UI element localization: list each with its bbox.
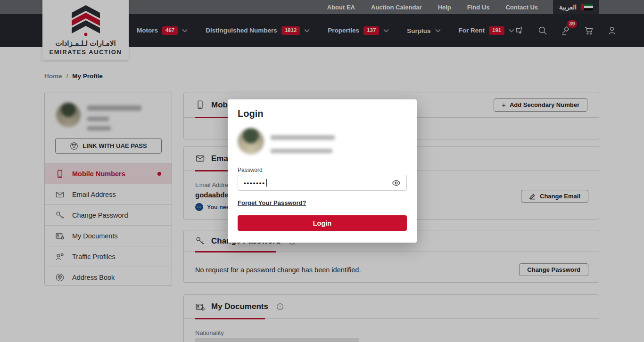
modal-title: Login bbox=[238, 108, 263, 119]
blurred-phone-number bbox=[271, 149, 332, 153]
emirates-auction-page: About EA Auction Calendar Help Find Us C… bbox=[0, 0, 644, 342]
password-label: Password bbox=[238, 167, 263, 173]
blurred-user-name bbox=[271, 135, 335, 140]
forgot-password-link[interactable]: Forget Your Password? bbox=[238, 199, 306, 206]
password-input[interactable]: ••••••• bbox=[238, 175, 407, 191]
eye-icon[interactable] bbox=[392, 179, 401, 187]
login-modal: Login Password ••••••• Forget Your Passw… bbox=[228, 99, 417, 243]
password-masked-value: ••••••• bbox=[244, 180, 265, 186]
avatar bbox=[238, 128, 264, 155]
text-caret bbox=[266, 179, 267, 187]
login-button[interactable]: Login bbox=[238, 215, 407, 231]
